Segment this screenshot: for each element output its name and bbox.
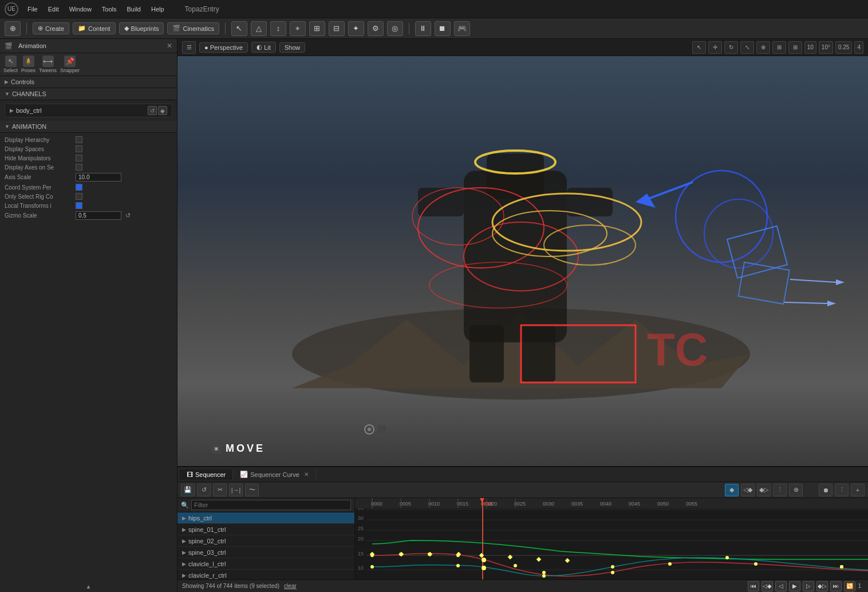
toolbar-select[interactable]: ⊕ [5, 21, 21, 36]
vp-show-btn[interactable]: Show [279, 42, 306, 53]
seq-next-key-btn[interactable]: ◆▷ [757, 484, 771, 496]
seq-key-btn[interactable]: ◆ [725, 484, 739, 496]
seq-save-btn[interactable]: 💾 [181, 484, 195, 496]
checkbox-display-hierarchy[interactable] [76, 136, 82, 143]
vp-angle-snap[interactable]: 10° [819, 41, 833, 54]
seq-cut-btn[interactable]: ✂ [213, 484, 227, 496]
toolbar-icon-4[interactable]: ⌖ [290, 21, 306, 36]
seq-tab-curve[interactable]: 📈 Sequencer Curve ✕ [233, 469, 316, 480]
tool-tweens[interactable]: ⟷ Tweens [39, 56, 57, 73]
animation-section-header[interactable]: ▼ ANIMATION [0, 121, 177, 133]
channels-section-header[interactable]: ▼ CHANNELS [0, 88, 177, 100]
seq-snap-btn[interactable]: |→| [229, 484, 243, 496]
track-search-input[interactable] [191, 500, 351, 510]
toolbar-icon-6[interactable]: ⊟ [329, 21, 345, 36]
animation-toolbar: ↖ Select 🧍 Poses ⟷ Tweens 📌 Snapper [0, 53, 177, 76]
input-gizmo-scale[interactable] [76, 211, 121, 220]
checkbox-hide-manip[interactable] [76, 155, 82, 161]
list-item[interactable]: ▶ spine_01_ctrl [177, 524, 354, 535]
prev-key-btn[interactable]: ◁◆ [762, 581, 773, 591]
tool-poses[interactable]: 🧍 Poses [21, 56, 35, 73]
viewport-toolbar-right: ↖ ✛ ↻ ⤡ ⊕ ⊞ ⊞ 10 10° 0.25 4 [692, 41, 863, 54]
checkbox-coord-system[interactable] [76, 184, 82, 191]
toolbar-blueprints[interactable]: ◆ Blueprints [119, 22, 164, 34]
toolbar-icon-1[interactable]: ↖ [231, 21, 247, 36]
menu-help[interactable]: Help [147, 5, 169, 14]
vp-snapping-btn[interactable]: ⊞ [788, 41, 802, 54]
toolbar-cinematics[interactable]: 🎬 Cinematics [167, 22, 219, 34]
menu-build[interactable]: Build [123, 5, 145, 14]
menu-file[interactable]: File [23, 5, 42, 14]
toolbar-icon-2[interactable]: △ [251, 21, 267, 36]
controls-section-header[interactable]: ▶ Controls [0, 76, 177, 88]
vp-cursor-btn[interactable]: ↖ [692, 41, 706, 54]
seq-filter-btn[interactable]: ⊕ [789, 484, 803, 496]
clear-button[interactable]: clear [284, 583, 297, 589]
seq-tab-close[interactable]: ✕ [304, 471, 309, 477]
menu-edit[interactable]: Edit [44, 5, 64, 14]
vp-world-btn[interactable]: ⊕ [756, 41, 770, 54]
toolbar-content[interactable]: 📁 Content [73, 22, 116, 34]
skip-start-btn[interactable]: ⏮ [748, 581, 759, 591]
checkbox-only-select[interactable] [76, 193, 82, 200]
play-btn[interactable]: ▶ [789, 581, 800, 591]
channel-key-btn[interactable]: ◆ [158, 106, 167, 115]
vp-scale-btn[interactable]: ⤡ [740, 41, 754, 54]
list-item[interactable]: ▶ clavicle_l_ctrl [177, 558, 354, 570]
track-name: spine_01_ctrl [188, 526, 226, 533]
collapse-btn[interactable]: ▲ [86, 583, 92, 590]
step-fwd-btn[interactable]: ▷ [803, 581, 814, 591]
skip-end-btn[interactable]: ⏭ [830, 581, 842, 591]
vp-menu-btn[interactable]: ☰ [182, 41, 196, 54]
tool-select[interactable]: ↖ Select [3, 56, 18, 73]
checkbox-display-spaces[interactable] [76, 145, 82, 152]
vp-perspective-btn[interactable]: ● Perspective [199, 42, 248, 53]
toolbar-icon-7[interactable]: ✦ [348, 21, 364, 36]
checkbox-local-transforms[interactable] [76, 202, 82, 209]
menu-window[interactable]: Window [65, 5, 96, 14]
menu-tools[interactable]: Tools [97, 5, 121, 14]
tool-snapper[interactable]: 📌 Snapper [60, 56, 80, 73]
toolbar-gamepad[interactable]: 🎮 [454, 21, 470, 36]
toolbar-icon-5[interactable]: ⊞ [309, 21, 325, 36]
input-axis-scale[interactable] [76, 173, 121, 181]
toolbar-icon-3[interactable]: ↕ [270, 21, 286, 36]
seq-record-btn[interactable]: ⏺ [819, 484, 833, 496]
toolbar-pause[interactable]: ⏸ [415, 21, 431, 36]
seq-more-btn[interactable]: ⋮ [835, 484, 849, 496]
toolbar-icon-9[interactable]: ◎ [387, 21, 403, 36]
panel-close[interactable]: ✕ [167, 42, 172, 50]
vp-lit-btn[interactable]: ◐ Lit [251, 42, 276, 53]
timeline-area[interactable]: 35 30 25 20 15 10 5 [355, 498, 868, 579]
toolbar-create[interactable]: ⊕ Create [33, 22, 69, 34]
seq-prev-key-btn[interactable]: ◁◆ [741, 484, 755, 496]
list-item[interactable]: ▶ clavicle_r_ctrl [177, 570, 354, 579]
loop-btn[interactable]: 🔁 [844, 581, 855, 591]
checkbox-display-axes[interactable] [76, 164, 82, 171]
vp-scale-snap[interactable]: 0.25 [835, 41, 852, 54]
vp-camera-speed[interactable]: 4 [854, 41, 863, 54]
seq-options-btn[interactable]: ⋮ [773, 484, 787, 496]
seq-tab-sequencer[interactable]: 🎞 Sequencer [180, 469, 233, 480]
track-item-selected[interactable]: ▶ hips_ctrl [177, 512, 354, 524]
viewport[interactable]: TC ▣ MOVE [177, 56, 868, 466]
seq-undo-btn[interactable]: ↺ [197, 484, 211, 496]
panel-tab-animation[interactable]: Animation [15, 41, 50, 50]
gizmo-reset-btn[interactable]: ↺ [124, 212, 132, 220]
seq-curve-btn[interactable]: 〜 [245, 484, 259, 496]
vp-snap-val[interactable]: 10 [804, 41, 816, 54]
viewport-scene: TC [177, 56, 868, 466]
step-back-btn[interactable]: ◁ [775, 581, 787, 591]
vp-rotate-btn[interactable]: ↻ [724, 41, 738, 54]
toolbar-icon-8[interactable]: ⚙ [368, 21, 384, 36]
channel-body-ctrl[interactable]: ▶ body_ctrl ↺ ◆ [5, 104, 172, 117]
vp-grid-btn[interactable]: ⊞ [772, 41, 786, 54]
next-key-btn[interactable]: ◆▷ [816, 581, 828, 591]
list-item[interactable]: ▶ spine_02_ctrl [177, 535, 354, 547]
seq-add-btn[interactable]: + [851, 484, 865, 496]
channel-reset-btn[interactable]: ↺ [148, 106, 157, 115]
svg-rect-5 [521, 325, 555, 382]
list-item[interactable]: ▶ spine_03_ctrl [177, 547, 354, 558]
vp-move-btn[interactable]: ✛ [708, 41, 722, 54]
toolbar-stop[interactable]: ⏹ [435, 21, 451, 36]
